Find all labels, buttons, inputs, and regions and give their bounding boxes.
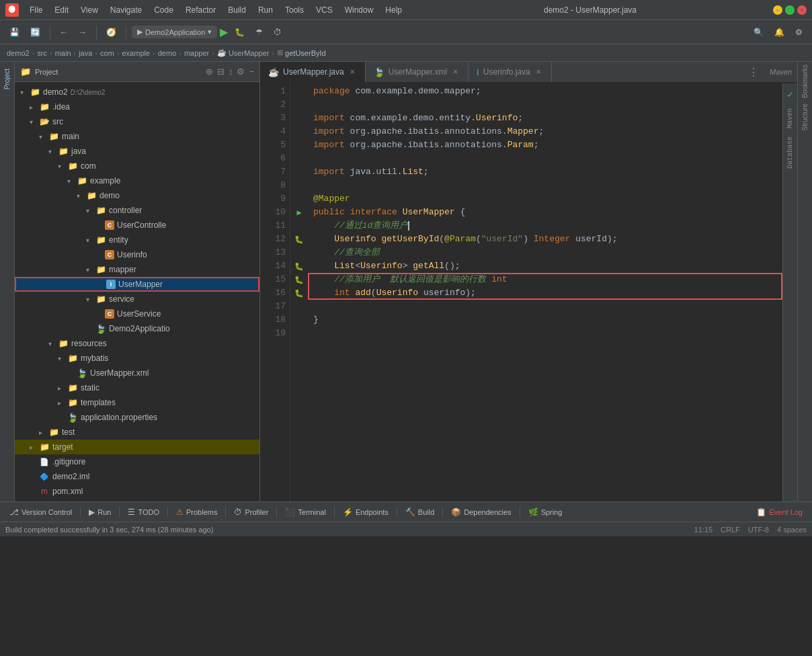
- breadcrumb-project[interactable]: demo2: [7, 49, 30, 57]
- run-panel-button[interactable]: ▶ Run: [83, 506, 116, 518]
- terminal-button[interactable]: ⬛ Terminal: [280, 506, 331, 518]
- tab-close-button[interactable]: ×: [534, 67, 543, 77]
- breadcrumb-src[interactable]: src: [37, 49, 47, 57]
- tree-node-demo2app[interactable]: 🍃 Demo2Applicatio: [15, 321, 259, 336]
- gutter-12[interactable]: 🐛: [290, 233, 308, 246]
- tab-usermapper-java[interactable]: ☕ UserMapper.java ×: [260, 62, 366, 83]
- tree-node-static[interactable]: ▸ 📁 static: [15, 380, 259, 395]
- tab-usermapper-xml[interactable]: 🍃 UserMapper.xml ×: [366, 62, 469, 83]
- database-sidebar-label[interactable]: Database: [786, 136, 794, 169]
- breadcrumb-mapper[interactable]: mapper: [184, 49, 209, 57]
- breadcrumb-java[interactable]: java: [79, 49, 92, 57]
- menu-vcs[interactable]: VCS: [311, 4, 338, 16]
- dependencies-button[interactable]: 📦 Dependencies: [446, 506, 516, 518]
- status-indent[interactable]: 4 spaces: [777, 526, 807, 534]
- breadcrumb-method[interactable]: ⊞getUserById: [277, 48, 326, 57]
- menu-edit[interactable]: Edit: [49, 4, 74, 16]
- maven-sidebar-label[interactable]: Maven: [786, 108, 794, 128]
- structure-label[interactable]: Structure: [801, 104, 809, 131]
- tree-node-test[interactable]: ▸ 📁 test: [15, 425, 259, 440]
- close-button[interactable]: ×: [797, 5, 807, 15]
- tree-node-userservice[interactable]: C UserService: [15, 306, 259, 321]
- tree-node-com[interactable]: ▾ 📁 com: [15, 159, 259, 173]
- tree-node-userinfo-entity[interactable]: C Userinfo: [15, 247, 259, 262]
- run-config-selector[interactable]: ▶ Demo2Application ▾: [132, 26, 217, 38]
- maximize-button[interactable]: □: [785, 5, 795, 15]
- tree-node-usermapper-xml[interactable]: 🍃 UserMapper.xml: [15, 366, 259, 380]
- project-close-icon[interactable]: −: [249, 67, 254, 77]
- bookmarks-label[interactable]: Bookmarks: [801, 65, 809, 98]
- tree-node-demo[interactable]: ▾ 📁 demo: [15, 188, 259, 203]
- tab-close-button[interactable]: ×: [348, 67, 357, 77]
- menu-refactor[interactable]: Refactor: [180, 4, 221, 16]
- menu-navigate[interactable]: Navigate: [105, 4, 147, 16]
- tree-node-java[interactable]: ▾ 📁 java: [15, 144, 259, 159]
- status-line-ending[interactable]: CRLF: [721, 526, 740, 534]
- tree-node-src[interactable]: ▾ 📂 src: [15, 114, 259, 129]
- notification-button[interactable]: 🔔: [770, 26, 788, 39]
- gutter-14[interactable]: 🐛: [290, 259, 308, 273]
- menu-build[interactable]: Build: [222, 4, 251, 16]
- menu-code[interactable]: Code: [149, 4, 179, 16]
- tree-node-demo2[interactable]: ▾ 📁 demo2 D:\2\demo2: [15, 85, 259, 99]
- breadcrumb-demo[interactable]: demo: [158, 49, 177, 57]
- project-collapse-icon[interactable]: ⊟: [217, 67, 225, 77]
- gutter-10[interactable]: ▶: [290, 206, 308, 219]
- breadcrumb-com[interactable]: com: [100, 49, 114, 57]
- tree-node-templates[interactable]: ▸ 📁 templates: [15, 395, 259, 410]
- tab-userinfo-java[interactable]: I Userinfo.java ×: [469, 62, 552, 83]
- tree-node-usermapper[interactable]: I UserMapper: [15, 277, 259, 292]
- breadcrumb-example[interactable]: example: [122, 49, 150, 57]
- event-log-button[interactable]: 📋 Event Log: [751, 506, 808, 518]
- breadcrumb-usermapper[interactable]: ☕UserMapper: [217, 48, 270, 57]
- code-content[interactable]: package com.example.demo.mapper; import …: [308, 83, 782, 501]
- project-tab-label[interactable]: Project: [3, 66, 11, 92]
- search-everywhere-button[interactable]: 🔍: [749, 26, 768, 39]
- tree-node-target[interactable]: ▸ 📁 target: [15, 440, 259, 454]
- menu-view[interactable]: View: [75, 4, 104, 16]
- project-add-icon[interactable]: ⊕: [206, 67, 213, 77]
- status-encoding[interactable]: UTF-8: [748, 526, 769, 534]
- menu-file[interactable]: File: [24, 4, 48, 16]
- forward-button[interactable]: →: [75, 26, 91, 39]
- menu-help[interactable]: Help: [380, 4, 407, 16]
- todo-button[interactable]: ☰ TODO: [122, 506, 165, 518]
- breadcrumb-main[interactable]: main: [55, 49, 71, 57]
- build-button[interactable]: 🔨 Build: [400, 506, 440, 518]
- problems-button[interactable]: ⚠ Problems: [171, 506, 222, 518]
- profiler-run-button[interactable]: ⏱: [270, 26, 286, 39]
- tree-node-idea[interactable]: ▸ 📁 .idea: [15, 99, 259, 114]
- project-settings-icon[interactable]: ⚙: [237, 67, 245, 77]
- tree-node-usercontroller[interactable]: C UserControlle: [15, 218, 259, 233]
- tree-node-gitignore[interactable]: 📄 .gitignore: [15, 454, 259, 469]
- tab-more-button[interactable]: ⋮: [743, 66, 764, 79]
- endpoints-button[interactable]: ⚡ Endpoints: [337, 506, 394, 518]
- minimize-button[interactable]: −: [773, 5, 782, 15]
- coverage-button[interactable]: ☂: [251, 26, 267, 39]
- tree-node-app-properties[interactable]: 🍃 application.properties: [15, 410, 259, 425]
- debug-button[interactable]: 🐛: [231, 26, 249, 39]
- menu-run[interactable]: Run: [253, 4, 278, 16]
- gutter-16[interactable]: 🐛: [290, 286, 308, 300]
- tree-node-service[interactable]: ▾ 📁 service: [15, 292, 259, 306]
- back-button[interactable]: ←: [56, 26, 72, 39]
- save-button[interactable]: 💾: [5, 26, 24, 39]
- tree-node-resources[interactable]: ▾ 📁 resources: [15, 336, 259, 351]
- profiler-button[interactable]: ⏱ Profiler: [229, 506, 274, 518]
- tree-node-main[interactable]: ▾ 📁 main: [15, 129, 259, 144]
- status-position[interactable]: 11:15: [694, 526, 713, 534]
- tree-node-controller[interactable]: ▾ 📁 controller: [15, 203, 259, 218]
- menu-window[interactable]: Window: [339, 4, 379, 16]
- navigate-button[interactable]: 🧭: [102, 26, 120, 39]
- sync-button[interactable]: 🔄: [26, 26, 44, 39]
- tree-node-entity[interactable]: ▾ 📁 entity: [15, 233, 259, 247]
- menu-tools[interactable]: Tools: [280, 4, 309, 16]
- tree-node-mybatis[interactable]: ▾ 📁 mybatis: [15, 351, 259, 366]
- run-button[interactable]: ▶: [220, 26, 228, 38]
- gutter-15[interactable]: 🐛: [290, 273, 308, 286]
- tree-node-demo2-iml[interactable]: 🔷 demo2.iml: [15, 469, 259, 484]
- settings-button[interactable]: ⚙: [791, 26, 807, 39]
- tree-node-mapper[interactable]: ▾ 📁 mapper: [15, 262, 259, 277]
- version-control-button[interactable]: ⎇ Version Control: [4, 506, 77, 518]
- tab-close-button[interactable]: ×: [451, 67, 460, 77]
